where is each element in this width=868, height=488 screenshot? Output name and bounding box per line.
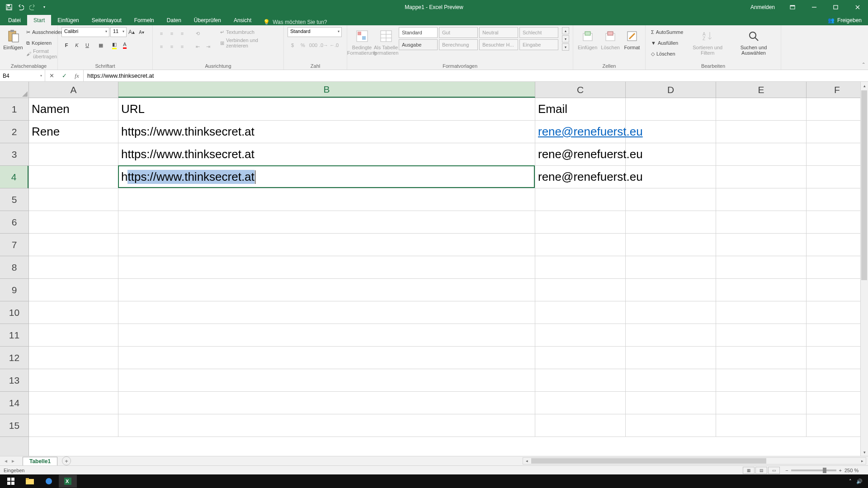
cell-A7[interactable] [29, 234, 118, 256]
start-button[interactable] [2, 475, 20, 488]
row-header-10[interactable]: 10 [0, 301, 28, 324]
cell-B5[interactable] [118, 188, 535, 211]
format-as-table-button[interactable]: Als Tabelle formatieren [375, 27, 397, 57]
style-schlecht[interactable]: Schlecht [519, 27, 558, 38]
underline-button[interactable]: U [82, 40, 92, 50]
cell-D12[interactable] [626, 347, 716, 369]
cell-B14[interactable] [118, 392, 535, 414]
ribbon-display-icon[interactable] [782, 0, 803, 14]
save-icon[interactable] [4, 2, 14, 13]
cell-C12[interactable] [535, 347, 626, 369]
enter-edit-icon[interactable]: ✓ [58, 70, 71, 81]
cell-F2[interactable] [807, 121, 868, 143]
style-besuchter[interactable]: Besuchter H... [479, 39, 518, 50]
tab-data[interactable]: Daten [160, 15, 188, 25]
row-header-13[interactable]: 13 [0, 369, 28, 392]
cell-A10[interactable] [29, 301, 118, 324]
cell-A15[interactable] [29, 414, 118, 436]
view-pagebreak-button[interactable]: ▭ [768, 467, 780, 474]
cell-C11[interactable] [535, 324, 626, 346]
row-header-6[interactable]: 6 [0, 211, 28, 234]
cell-C9[interactable] [535, 279, 626, 301]
zoom-level[interactable]: 250 % [844, 468, 864, 473]
style-berechnung[interactable]: Berechnung [439, 39, 478, 50]
fill-button[interactable]: ▼Ausfüllen [649, 38, 685, 48]
row-header-7[interactable]: 7 [0, 234, 28, 256]
row-header-9[interactable]: 9 [0, 279, 28, 301]
cell-C8[interactable] [535, 256, 626, 278]
align-bottom-button[interactable]: ≡ [177, 28, 187, 38]
cell-B3[interactable]: https://www.thinksecret.at [118, 143, 535, 165]
cell-E11[interactable] [716, 324, 807, 346]
sheet-nav-next-icon[interactable]: ▸ [10, 458, 16, 464]
font-size-select[interactable]: 11 [110, 27, 127, 37]
cell-A6[interactable] [29, 211, 118, 233]
italic-button[interactable]: K [72, 40, 82, 50]
column-header-B[interactable]: B [118, 82, 535, 98]
cell-A5[interactable] [29, 188, 118, 211]
align-right-button[interactable]: ≡ [177, 42, 187, 52]
cell-C5[interactable] [535, 188, 626, 211]
column-header-D[interactable]: D [626, 82, 716, 98]
vscroll-thumb[interactable] [861, 90, 867, 280]
cell-C6[interactable] [535, 211, 626, 233]
undo-icon[interactable] [15, 2, 26, 13]
maximize-icon[interactable] [826, 0, 846, 14]
select-all-corner[interactable] [0, 82, 29, 98]
cell-F10[interactable] [807, 301, 868, 324]
increase-indent-button[interactable]: ⇥ [203, 42, 213, 52]
cell-D10[interactable] [626, 301, 716, 324]
cell-A13[interactable] [29, 369, 118, 391]
wrap-text-button[interactable]: ↵Textumbruch [218, 27, 280, 37]
tab-view[interactable]: Ansicht [227, 15, 258, 25]
row-header-5[interactable]: 5 [0, 188, 28, 211]
align-center-button[interactable]: ≡ [167, 42, 177, 52]
cell-E7[interactable] [716, 234, 807, 256]
cell-B10[interactable] [118, 301, 535, 324]
column-header-A[interactable]: A [29, 82, 118, 98]
cell-F3[interactable] [807, 143, 868, 165]
border-button[interactable]: ▦ [96, 40, 106, 50]
cell-A2[interactable]: Rene [29, 121, 118, 143]
cell-A11[interactable] [29, 324, 118, 346]
formula-input[interactable]: https://www.thinksecret.at [84, 70, 868, 81]
cell-F4[interactable] [807, 166, 868, 188]
style-neutral[interactable]: Neutral [479, 27, 518, 38]
cell-E5[interactable] [716, 188, 807, 211]
cell-A14[interactable] [29, 392, 118, 414]
scroll-down-icon[interactable]: ▾ [861, 448, 868, 456]
cell-D3[interactable] [626, 143, 716, 165]
column-header-E[interactable]: E [716, 82, 807, 98]
cell-F12[interactable] [807, 347, 868, 369]
cell-B9[interactable] [118, 279, 535, 301]
row-header-12[interactable]: 12 [0, 347, 28, 369]
redo-icon[interactable] [27, 2, 38, 13]
cell-C13[interactable] [535, 369, 626, 391]
cell-E10[interactable] [716, 301, 807, 324]
align-top-button[interactable]: ≡ [156, 28, 166, 38]
cell-D11[interactable] [626, 324, 716, 346]
tab-insert[interactable]: Einfügen [51, 15, 85, 25]
grow-font-button[interactable]: A▴ [127, 27, 137, 37]
row-header-14[interactable]: 14 [0, 392, 28, 414]
qat-customize-icon[interactable]: ▾ [39, 2, 50, 13]
cell-C2[interactable]: rene@renefuerst.eu [535, 121, 626, 143]
cell-E9[interactable] [716, 279, 807, 301]
cell-D14[interactable] [626, 392, 716, 414]
delete-cells-button[interactable]: Löschen [600, 27, 621, 52]
autosum-button[interactable]: ΣAutoSumme [649, 27, 685, 37]
file-explorer-taskbar-icon[interactable] [21, 475, 39, 488]
tab-pagelayout[interactable]: Seitenlayout [85, 15, 128, 25]
sheet-tab-1[interactable]: Tabelle1 [23, 457, 57, 465]
zoom-out-button[interactable]: − [785, 468, 788, 473]
cell-A9[interactable] [29, 279, 118, 301]
accounting-button[interactable]: $ [288, 40, 297, 50]
cell-F9[interactable] [807, 279, 868, 301]
excel-taskbar-icon[interactable]: X [59, 475, 77, 488]
cell-F7[interactable] [807, 234, 868, 256]
cell-F15[interactable] [807, 414, 868, 436]
styles-scroll-up[interactable]: ▴ [562, 27, 569, 34]
collapse-ribbon-icon[interactable]: ⌃ [862, 62, 865, 67]
cell-D4[interactable] [626, 166, 716, 188]
cell-A12[interactable] [29, 347, 118, 369]
